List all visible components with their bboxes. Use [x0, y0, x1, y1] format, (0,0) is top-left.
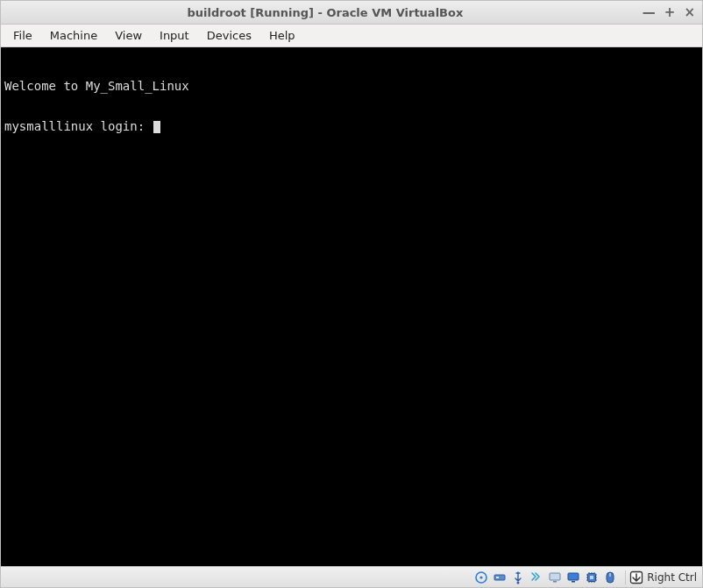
- recording-icon[interactable]: [566, 570, 580, 584]
- svg-rect-2: [494, 575, 505, 580]
- console-line: Welcome to My_Small_Linux: [4, 80, 699, 93]
- minimize-button[interactable]: —: [643, 6, 656, 19]
- cpu-icon[interactable]: [585, 570, 599, 584]
- svg-point-4: [517, 581, 520, 584]
- menu-machine[interactable]: Machine: [43, 26, 104, 45]
- svg-rect-10: [590, 576, 593, 579]
- menu-devices[interactable]: Devices: [200, 26, 259, 45]
- host-key-indicator[interactable]: Right Ctrl: [625, 570, 697, 584]
- menu-input[interactable]: Input: [153, 26, 196, 45]
- svg-rect-3: [496, 577, 499, 578]
- svg-rect-5: [550, 573, 560, 580]
- svg-point-1: [480, 576, 483, 578]
- svg-rect-8: [572, 581, 575, 583]
- text-cursor: [153, 121, 160, 133]
- status-bar: Right Ctrl: [1, 566, 702, 587]
- menu-help[interactable]: Help: [262, 26, 302, 45]
- host-key-icon: [629, 570, 643, 584]
- usb-icon[interactable]: [511, 570, 525, 584]
- host-key-label: Right Ctrl: [647, 571, 697, 584]
- hard-disk-icon[interactable]: [474, 570, 488, 584]
- menu-file[interactable]: File: [6, 26, 39, 45]
- svg-rect-7: [568, 573, 579, 580]
- window-title: buildroot [Running] - Oracle VM VirtualB…: [8, 6, 643, 19]
- menu-bar: File Machine View Input Devices Help: [1, 25, 702, 47]
- window-controls: — + ×: [643, 6, 695, 19]
- shared-folder-icon[interactable]: [529, 570, 543, 584]
- mouse-integration-icon[interactable]: [603, 570, 617, 584]
- menu-view[interactable]: View: [108, 26, 149, 45]
- console-login-prompt: mysmalllinux login:: [4, 120, 699, 133]
- optical-drive-icon[interactable]: [493, 570, 507, 584]
- console-login-text: mysmalllinux login:: [4, 119, 153, 133]
- vm-display-console[interactable]: Welcome to My_Small_Linux mysmalllinux l…: [1, 47, 702, 566]
- maximize-button[interactable]: +: [664, 6, 676, 19]
- close-button[interactable]: ×: [684, 6, 695, 19]
- display-icon[interactable]: [548, 570, 562, 584]
- svg-rect-6: [553, 581, 557, 583]
- window-titlebar: buildroot [Running] - Oracle VM VirtualB…: [1, 1, 702, 25]
